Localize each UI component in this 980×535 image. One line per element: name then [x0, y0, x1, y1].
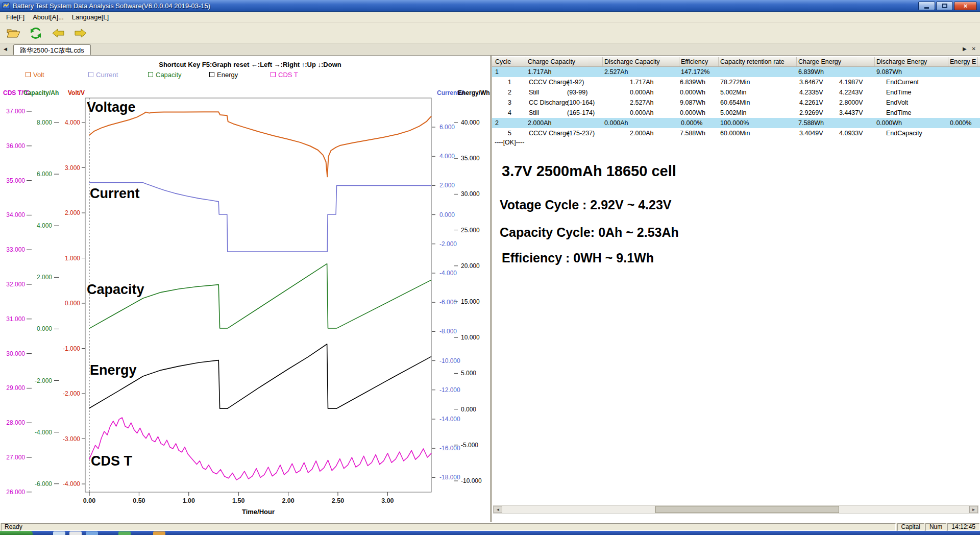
column-header[interactable]: Efficiency [679, 57, 719, 66]
axis-tick-label: 0.000 [461, 406, 476, 413]
cell: 0.000Wh [678, 89, 719, 96]
back-button[interactable] [49, 25, 67, 42]
cell: 6.839Wh [797, 68, 875, 76]
column-header[interactable]: Energy E [948, 57, 978, 66]
tab-scroll-left-icon[interactable]: ◀ [4, 47, 7, 52]
menu-language[interactable]: Language[L] [68, 12, 113, 22]
cell: 4.2335V [798, 89, 838, 96]
axis-tick-label: -2.000 [63, 390, 80, 397]
column-header[interactable]: Charge Capacity [526, 57, 603, 66]
axis-tick-label: 2.000 [37, 274, 52, 281]
quicklaunch-icon[interactable] [86, 531, 98, 535]
step-row[interactable]: 3CC Discharge(100-164)2.527Ah9.087Wh60.6… [492, 98, 980, 108]
step-row[interactable]: 2Still(93-99)0.000Ah0.000Wh5.002Min4.233… [492, 87, 980, 98]
series-current [89, 183, 431, 252]
column-header[interactable]: Charge Energy [797, 57, 875, 66]
cell: 78.272Min [719, 79, 798, 86]
cell: 0.000Wh [875, 119, 948, 127]
cell: 7.588Wh [678, 130, 719, 137]
step-row[interactable]: 4Still(165-174)0.000Ah0.000Wh5.002Min2.9… [492, 108, 980, 118]
x-tick-label: 2.50 [332, 497, 344, 504]
status-message: Ready [1, 523, 896, 531]
curve-label-capacity: Capacity [87, 282, 144, 298]
status-num: Num [925, 523, 946, 531]
axis-tick-label: 34.000 [6, 211, 25, 218]
tab-bar: ◀ 路华2500-1C放电.cds ▶ ✕ [0, 43, 980, 56]
cell: Still [527, 89, 566, 96]
axis-tick-label: 30.000 [6, 350, 25, 357]
start-button[interactable] [0, 531, 33, 535]
axis-tick-label: -10.000 [439, 357, 460, 364]
axis-tick-label: -2.000 [35, 377, 52, 384]
scrollbar-track[interactable] [502, 506, 969, 513]
quicklaunch-icon[interactable] [69, 531, 82, 535]
axis-tick-label: 33.000 [6, 246, 25, 253]
cell: 6.839Wh [678, 79, 719, 86]
step-row[interactable]: 5CCCV Charge(175-237)2.000Ah7.588Wh60.00… [492, 128, 980, 138]
axis-tick-label: -10.000 [461, 477, 482, 484]
cell: 0.000Ah [628, 109, 678, 116]
column-header[interactable]: Discharge Energy [875, 57, 948, 66]
column-header[interactable]: Capacity retention rate [719, 57, 797, 66]
cell: 100.000% [719, 119, 797, 127]
tab-scroll-right-icon[interactable]: ▶ [963, 46, 967, 52]
results-panel: CycleCharge CapacityDischarge CapacityEf… [492, 56, 980, 522]
cell: 2.9269V [798, 109, 838, 116]
status-clock: 14:12:45 [947, 523, 979, 531]
status-capital: Capital [897, 523, 924, 531]
tab-close-icon[interactable]: ✕ [972, 46, 976, 52]
axis-tick-label: 35.000 [6, 177, 25, 184]
cycle-table: CycleCharge CapacityDischarge CapacityEf… [492, 57, 980, 138]
curve-label-voltage: Voltage [87, 100, 136, 115]
axis-tick-label: -4.000 [35, 429, 52, 436]
axis-tick-label: -2.000 [439, 240, 457, 248]
taskbar[interactable] [0, 531, 980, 535]
maximize-button[interactable] [936, 2, 953, 10]
cell-spec-text: 3.7V 2500mAh 18650 cell [502, 163, 676, 180]
cell: 4.0933V [838, 130, 885, 137]
cycle-row[interactable]: 22.000Ah0.000Ah0.000%100.000%7.588Wh0.00… [492, 118, 980, 128]
axis-tick-label: 28.000 [6, 419, 25, 426]
document-tab[interactable]: 路华2500-1C放电.cds [13, 44, 91, 55]
axis-tick-label: 4.000 [65, 119, 80, 126]
open-file-button[interactable] [4, 25, 22, 42]
minimize-button[interactable] [918, 2, 935, 10]
axis-tick-label: 26.000 [6, 489, 25, 496]
horizontal-scrollbar[interactable]: ◄ ► [493, 505, 978, 514]
chart-panel[interactable]: Shortcut Key F5:Graph reset ←:Left →:Rig… [0, 56, 490, 522]
axis-tick-label: 2.000 [439, 182, 455, 189]
capacity-range-text: Capacity Cycle: 0Ah ~ 2.53Ah [500, 225, 679, 240]
axis-tick-label: -18.000 [439, 474, 460, 481]
cell: 0.000Ah [603, 119, 679, 127]
refresh-button[interactable] [27, 25, 45, 42]
cycle-row[interactable]: 11.717Ah2.527Ah147.172%6.839Wh9.087Wh [492, 67, 980, 77]
quicklaunch-icon[interactable] [53, 531, 65, 535]
x-tick-label: 1.00 [183, 497, 195, 504]
cell: 2 [494, 119, 526, 127]
close-button[interactable]: × [954, 2, 977, 10]
column-header[interactable]: Cycle [494, 57, 526, 66]
quicklaunch-icon[interactable] [153, 531, 165, 535]
axis-tick-label: 4.000 [37, 222, 52, 229]
cell: EndTime [885, 89, 976, 96]
scrollbar-thumb[interactable] [655, 506, 839, 513]
cell: EndTime [885, 109, 976, 116]
column-header[interactable]: Discharge Capacity [603, 57, 679, 66]
scroll-right-icon[interactable]: ► [969, 506, 978, 513]
refresh-icon [29, 27, 42, 40]
cell: 4.1987V [838, 79, 885, 86]
battery-curves-chart[interactable]: 37.00036.00035.00034.00033.00032.00031.0… [0, 56, 490, 521]
menu-about[interactable]: About[A]... [29, 12, 68, 22]
menu-file[interactable]: File[F] [2, 12, 29, 22]
scroll-left-icon[interactable]: ◄ [494, 506, 502, 513]
cell: Still [527, 109, 566, 116]
step-row[interactable]: 1CCCV Charge(1-92)1.717Ah6.839Wh78.272Mi… [492, 77, 980, 87]
cell: 5.002Min [719, 89, 798, 96]
cell: 2.527Ah [603, 68, 679, 76]
cell: (175-237) [566, 130, 628, 137]
axis-tick-label: -6.000 [439, 299, 457, 306]
forward-button[interactable] [71, 25, 90, 42]
quicklaunch-icon[interactable] [118, 531, 131, 535]
status-bar: Ready Capital Num 14:12:45 [0, 522, 980, 531]
title-bar[interactable]: Battery Test System Data Analysis Softwa… [0, 0, 980, 12]
